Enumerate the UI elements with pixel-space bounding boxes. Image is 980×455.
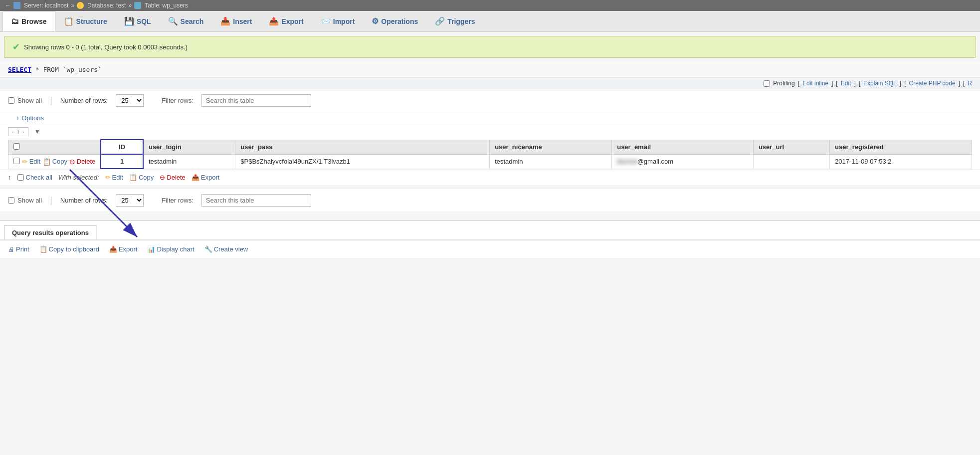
tab-search[interactable]: 🔍 Search: [160, 11, 212, 31]
print-link[interactable]: 🖨 Print: [8, 245, 29, 253]
sql-rest: * FROM `wp_users`: [31, 66, 102, 73]
email-suffix: @gmail.com: [637, 158, 673, 165]
profiling-sep1: [: [798, 80, 799, 87]
options-link[interactable]: + Options: [8, 112, 52, 124]
nav-tabs: 🗂 Browse 📋 Structure 💾 SQL 🔍 Search 📥 In…: [0, 11, 980, 32]
tab-operations[interactable]: ⚙ Operations: [363, 11, 426, 31]
with-selected-edit[interactable]: ✏ Edit: [105, 174, 123, 181]
check-all-label[interactable]: Check all: [17, 174, 52, 181]
tab-insert[interactable]: 📥 Insert: [212, 11, 260, 31]
table-icon: [134, 2, 141, 9]
col-header-user-nicename: user_nicename: [490, 140, 612, 154]
cell-user-url: [753, 154, 829, 169]
tab-export[interactable]: 📤 Export: [260, 11, 312, 31]
show-all-checkbox-bottom[interactable]: [8, 197, 14, 204]
tab-import[interactable]: 📨 Import: [312, 11, 364, 31]
edit-inline-link[interactable]: Edit inline: [802, 80, 828, 87]
cell-user-pass: $P$BsZhalyvcfolai49unZX/1.T3lvazb1: [235, 154, 490, 169]
with-selected-copy[interactable]: 📋 Copy: [129, 174, 154, 181]
explain-sql-link[interactable]: Explain SQL: [863, 80, 897, 87]
controls-row-top: Show all | Number of rows: 25 50 100 250…: [0, 89, 980, 112]
col-left-btn[interactable]: ←T→: [8, 127, 28, 136]
row-edit-link[interactable]: ✏ Edit: [22, 158, 40, 166]
row-delete-link[interactable]: ⊖ Delete: [69, 158, 96, 166]
select-all-checkbox[interactable]: [13, 143, 20, 150]
server-label: Server: localhost: [24, 2, 68, 9]
filter-input-bottom[interactable]: [201, 194, 311, 207]
edit-link[interactable]: Edit: [841, 80, 851, 87]
display-chart-link[interactable]: 📊 Display chart: [147, 245, 194, 253]
up-arrow-icon: ↑: [8, 174, 11, 181]
profiling-sep8: ]: [959, 80, 960, 87]
create-php-link[interactable]: Create PHP code: [909, 80, 955, 87]
database-label: Database: test: [87, 2, 126, 9]
data-table: ID user_login user_pass user_nicename us…: [8, 139, 972, 169]
tab-export-label: Export: [281, 17, 303, 25]
with-selected-export[interactable]: 📤 Export: [192, 174, 220, 181]
title-bar: ← Server: localhost » Database: test » T…: [0, 0, 980, 11]
export-ops-link[interactable]: 📤 Export: [109, 245, 138, 253]
controls-separator-top: |: [50, 95, 52, 106]
col-header-user-email: user_email: [612, 140, 754, 154]
sep1: »: [71, 2, 74, 9]
create-view-link[interactable]: 🔧 Create view: [204, 245, 248, 253]
tab-triggers[interactable]: 🔗 Triggers: [426, 11, 483, 31]
with-selected-delete[interactable]: ⊖ Delete: [160, 174, 186, 181]
table-section: ←T→ ▼ ID user_login user_pass user_nicen…: [0, 124, 980, 169]
cell-user-email: blurred@gmail.com: [612, 154, 754, 169]
tab-browse[interactable]: 🗂 Browse: [2, 11, 55, 31]
edit-icon: ✏: [22, 158, 28, 166]
tab-structure[interactable]: 📋 Structure: [55, 11, 116, 31]
tab-structure-label: Structure: [76, 17, 107, 25]
profiling-sep9: [: [963, 80, 965, 87]
cell-user-nicename: testadmin: [490, 154, 612, 169]
row-checkbox-1[interactable]: [13, 158, 20, 164]
with-selected-row: ↑ Check all With selected: ✏ Edit 📋 Copy…: [0, 169, 980, 185]
profiling-sep6: ]: [900, 80, 901, 87]
number-of-rows-label-bottom: Number of rows:: [60, 197, 108, 204]
show-all-label-top[interactable]: Show all: [8, 97, 42, 104]
rows-select-bottom[interactable]: 25 50 100 250 500: [116, 194, 144, 207]
show-all-checkbox-top[interactable]: [8, 97, 14, 104]
rows-select-top[interactable]: 25 50 100 250 500: [116, 94, 144, 107]
tab-insert-label: Insert: [233, 17, 252, 25]
triggers-icon: 🔗: [435, 16, 445, 26]
filter-input-top[interactable]: [201, 94, 311, 107]
db-icon: [77, 2, 84, 9]
filter-rows-label-bottom: Filter rows:: [162, 197, 194, 204]
table-row: ✏ Edit 📋 Copy ⊖ Delete 1 testadmi: [8, 154, 972, 169]
col-header-user-pass: user_pass: [235, 140, 490, 154]
filter-rows-label-top: Filter rows:: [162, 97, 194, 104]
row-copy-link[interactable]: 📋 Copy: [42, 158, 67, 166]
back-arrow[interactable]: ←: [5, 2, 11, 9]
col-header-id: ID: [101, 140, 143, 154]
show-all-label-bottom[interactable]: Show all: [8, 197, 42, 204]
sql-display: SELECT * FROM `wp_users`: [0, 62, 980, 78]
banner-message: Showing rows 0 - 0 (1 total, Query took …: [24, 43, 188, 51]
structure-icon: 📋: [64, 16, 74, 26]
col-header-user-url: user_url: [753, 140, 829, 154]
tab-sql[interactable]: 💾 SQL: [116, 11, 160, 31]
number-of-rows-label-top: Number of rows:: [60, 97, 108, 104]
cell-user-registered: 2017-11-09 07:53:2: [830, 154, 972, 169]
copy-clipboard-icon: 📋: [39, 245, 47, 253]
profiling-sep5: [: [859, 80, 860, 87]
search-icon: 🔍: [168, 16, 178, 26]
profiling-sep7: [: [904, 80, 906, 87]
tab-search-label: Search: [181, 17, 204, 25]
table-label: Table: wp_users: [145, 2, 188, 9]
server-icon: [13, 2, 20, 9]
cell-user-login: testadmin: [143, 154, 235, 169]
check-all-checkbox[interactable]: [17, 174, 24, 181]
sql-keyword: SELECT: [8, 66, 31, 73]
profiling-checkbox[interactable]: [764, 80, 770, 87]
query-ops-content: 🖨 Print 📋 Copy to clipboard 📤 Export 📊 D…: [0, 239, 980, 258]
refresh-link[interactable]: R: [968, 80, 972, 87]
col-header-user-login: user_login: [143, 140, 235, 154]
email-blurred: blurred: [617, 158, 637, 165]
with-selected-delete-icon: ⊖: [160, 174, 165, 181]
create-view-icon: 🔧: [204, 245, 212, 253]
copy-clipboard-link[interactable]: 📋 Copy to clipboard: [39, 245, 99, 253]
with-selected-copy-icon: 📋: [129, 174, 137, 181]
profiling-label: Profiling: [773, 80, 794, 87]
